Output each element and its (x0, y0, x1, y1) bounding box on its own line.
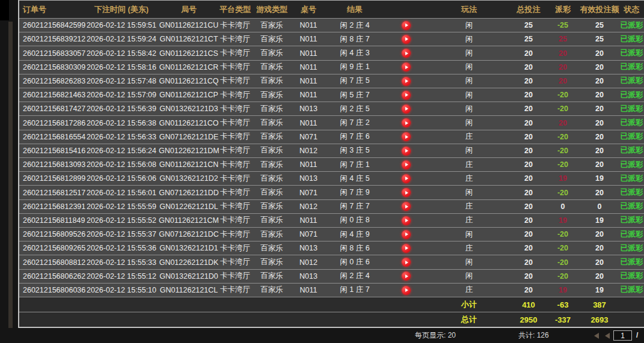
subtotal-row: 小计 410 -63 387 (19, 297, 644, 312)
order-number-cell: 260212156816554 (19, 133, 84, 141)
replay-cell (385, 272, 427, 281)
play-type-cell: 闲 (427, 34, 511, 44)
replay-play-icon[interactable] (402, 62, 411, 71)
replay-play-icon[interactable] (402, 244, 411, 253)
result-cell: 闲 7 庄 9 (325, 187, 385, 198)
replay-play-icon[interactable] (402, 91, 411, 100)
payout-cell: -20 (546, 272, 580, 281)
replay-cell (385, 62, 427, 71)
status-cell: 已派彩 (619, 118, 644, 128)
replay-play-icon[interactable] (402, 174, 411, 183)
round-number-cell: GN011262121CM (159, 216, 219, 225)
payout-cell: -20 (546, 105, 580, 113)
bet-time-cell: 2026-02-12 15:56:06 (84, 174, 159, 183)
valid-bet-cell: 25 (580, 35, 619, 43)
order-number-cell: 260212156812899 (19, 174, 84, 183)
result-cell: 闲 2 庄 4 (325, 271, 385, 281)
table-row: 260212156839212 2026-02-12 15:59:24 GN01… (19, 32, 644, 46)
table-row: 260212156816554 2026-02-12 15:56:33 GN07… (19, 130, 644, 144)
table-number-cell: N012 (292, 258, 325, 267)
game-type-cell: 百家乐 (251, 201, 292, 211)
replay-play-icon[interactable] (402, 49, 411, 58)
replay-play-icon[interactable] (402, 160, 411, 169)
table-number-cell: N011 (292, 63, 325, 71)
result-cell: 闲 7 庄 7 (325, 201, 385, 211)
replay-play-icon[interactable] (402, 216, 411, 225)
page-number-input[interactable] (613, 330, 632, 341)
result-cell: 闲 0 庄 6 (325, 257, 385, 267)
replay-play-icon[interactable] (402, 77, 411, 86)
first-page-arrow-icon[interactable] (594, 333, 599, 339)
replay-play-icon[interactable] (402, 132, 411, 141)
platform-type-cell: 卡卡湾厅 (219, 34, 251, 44)
replay-cell (385, 258, 427, 267)
total-bet-cell: 20 (511, 174, 546, 183)
header-table-number: 桌号 (292, 4, 325, 15)
status-cell: 已派彩 (619, 174, 644, 184)
payout-cell: 19 (546, 216, 580, 225)
left-edge-black-corner (0, 0, 9, 20)
pagination-footer: 每页显示: 20 共计: 126 / (0, 328, 644, 343)
subtotal-label: 小计 (427, 299, 511, 310)
game-type-cell: 百家乐 (251, 187, 292, 198)
header-play-type: 玩法 (427, 4, 511, 15)
replay-play-icon[interactable] (402, 286, 411, 295)
replay-play-icon[interactable] (402, 21, 411, 30)
total-bet-cell: 20 (511, 119, 546, 127)
table-row: 260212156833057 2026-02-12 15:58:42 GN01… (19, 46, 644, 59)
table-number-cell: N071 (292, 189, 325, 197)
game-type-cell: 百家乐 (251, 145, 292, 156)
replay-cell (385, 230, 427, 239)
round-number-cell: GN013262121D2 (159, 174, 219, 183)
total-bet-cell: 20 (511, 63, 546, 71)
replay-play-icon[interactable] (402, 118, 411, 127)
game-type-cell: 百家乐 (251, 34, 292, 44)
total-total-bet: 2950 (511, 315, 546, 324)
replay-cell (385, 174, 427, 183)
status-cell: 已派彩 (619, 271, 644, 281)
result-cell: 闲 8 庄 6 (325, 243, 385, 253)
table-row: 260212156809265 2026-02-12 15:55:36 GN01… (19, 241, 644, 255)
round-number-cell: GN012262121DL (159, 202, 219, 211)
replay-play-icon[interactable] (402, 188, 411, 197)
payout-cell: 20 (546, 63, 580, 71)
play-type-cell: 庄 (427, 201, 511, 211)
total-bet-cell: 20 (511, 189, 546, 197)
replay-play-icon[interactable] (402, 202, 411, 211)
prev-page-arrow-icon[interactable] (605, 333, 610, 339)
order-number-cell: 260212156826283 (19, 77, 84, 85)
replay-play-icon[interactable] (402, 35, 411, 44)
payout-cell: 19 (546, 286, 580, 294)
platform-type-cell: 卡卡湾厅 (219, 104, 251, 114)
total-bet-cell: 20 (511, 91, 546, 99)
payout-cell: 25 (546, 35, 580, 43)
result-cell: 闲 5 庄 7 (325, 90, 385, 100)
replay-cell (385, 202, 427, 211)
replay-play-icon[interactable] (402, 105, 411, 114)
replay-play-icon[interactable] (402, 147, 411, 156)
status-cell: 已派彩 (619, 62, 644, 72)
table-row: 260212156811849 2026-02-12 15:55:52 GN01… (19, 213, 644, 227)
valid-bet-cell: 20 (580, 119, 619, 127)
replay-cell (385, 91, 427, 100)
order-number-cell: 260212156830309 (19, 63, 84, 71)
status-cell: 已派彩 (619, 90, 644, 100)
replay-play-icon[interactable] (402, 230, 411, 239)
game-type-cell: 百家乐 (251, 174, 292, 184)
platform-type-cell: 卡卡湾厅 (219, 76, 251, 86)
platform-type-cell: 卡卡湾厅 (219, 132, 251, 142)
play-type-cell: 闲 (427, 104, 511, 114)
replay-play-icon[interactable] (402, 258, 411, 267)
play-type-cell: 闲 (427, 20, 511, 31)
game-type-cell: 百家乐 (251, 160, 292, 170)
total-bet-cell: 20 (511, 147, 546, 155)
bet-time-cell: 2026-02-12 15:59:24 (84, 35, 159, 43)
status-cell: 已派彩 (619, 215, 644, 225)
replay-play-icon[interactable] (402, 272, 411, 281)
game-type-cell: 百家乐 (251, 104, 292, 114)
payout-cell: 20 (546, 49, 580, 58)
table-number-cell: N011 (292, 91, 325, 99)
table-row: 260212156830309 2026-02-12 15:58:16 GN01… (19, 60, 644, 74)
header-bet-time: 下注时间 (美东) (84, 4, 159, 15)
total-label: 总计 (427, 314, 511, 325)
